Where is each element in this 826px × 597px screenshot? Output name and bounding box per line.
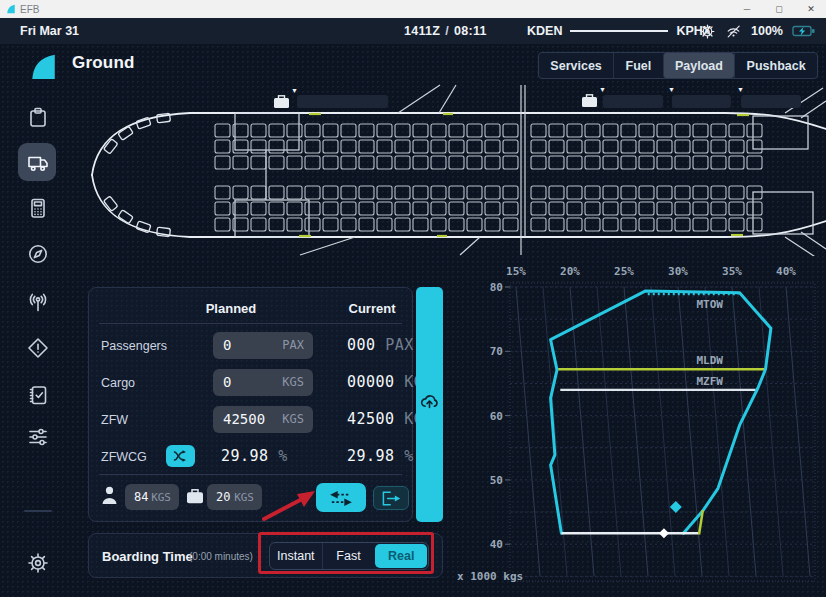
sidebar-item-checklist[interactable] [0,375,75,415]
cg-envelope-chart: 15%20%25%30%35%40%8070605040x 1000 kgsMT… [455,258,826,597]
window-minimize-button[interactable]: ─ [732,0,762,18]
truck-icon [26,150,50,174]
svg-text:40: 40 [490,538,503,551]
zfw-planned-input[interactable]: 42500KGS [213,406,313,433]
fwd-cargo-select[interactable] [297,95,388,108]
page-title: Ground [72,53,135,73]
gear-icon[interactable] [699,23,716,40]
sidebar-item-alerts[interactable] [0,328,75,368]
ground-tabs: ServicesFuelPayloadPushback [538,52,818,79]
fwd-cargo-bag-icon [273,95,290,113]
sidebar-item-radio[interactable] [0,282,75,322]
aft-cargo-select-3[interactable] [741,95,801,108]
svg-text:80: 80 [490,281,503,294]
aft-cargo-select-2[interactable] [672,95,731,108]
chevron-down-icon: ▼ [668,86,675,93]
passengers-current-value: 000 PAX [347,336,414,354]
calculator-icon [26,196,50,220]
app-logo-icon [6,4,16,14]
battery-charging-icon [792,24,816,38]
window-title: EFB [20,4,39,15]
efb-app-window: EFB ─ ◻ ✕ Fri Mar 31 1411Z/08:11 KDEN KP… [0,0,826,597]
table-row-cargo: Cargo 0KGS 00000 KGS [89,368,412,398]
window-close-button[interactable]: ✕ [796,0,826,18]
window-titlebar: EFB ─ ◻ ✕ [0,0,826,18]
briefcase-icon [186,489,204,504]
tow-cg-point [670,501,682,513]
battery-percent: 100% [751,24,783,38]
sidebar-item-performance[interactable] [0,188,75,228]
svg-text:40%: 40% [776,265,796,278]
annotation-box [258,532,434,574]
sidebar-item-flightplan[interactable] [0,97,75,137]
table-row-zfwcg: ZFWCG 29.98 % 29.98 % [89,442,412,472]
sidebar-divider [24,510,52,512]
deboard-button[interactable] [373,486,409,510]
chevron-down-icon: ▼ [737,86,744,93]
svg-text:70: 70 [490,345,503,358]
cloud-upload-icon [419,392,440,410]
aft-cargo-select-1[interactable] [603,95,663,108]
origin-airport: KDEN [527,24,562,38]
column-header-current: Current [322,301,422,316]
sliders-icon [26,425,50,449]
route-indicator: KDEN KPHX [527,18,711,44]
svg-text:50: 50 [490,474,503,487]
boarding-time-label: Boarding Time [102,549,193,564]
aft-cargo-bag-icon [581,94,598,112]
door-exit-icon [380,490,402,507]
status-bar: Fri Mar 31 1411Z/08:11 KDEN KPHX 10 [0,18,826,44]
load-transfer-button[interactable] [316,483,366,512]
table-row-passengers: Passengers 0PAX 000 PAX [89,331,412,361]
svg-text:MZFW: MZFW [697,375,724,388]
status-date: Fri Mar 31 [20,24,79,38]
chevron-down-icon: ▼ [599,86,606,93]
tab-services[interactable]: Services [539,53,613,78]
clipboard-icon [26,105,50,129]
checklist-icon [26,383,50,407]
annotation-arrow [250,484,322,528]
pax-weight-input[interactable]: 84KGS [125,484,179,510]
svg-text:30%: 30% [668,265,688,278]
sidebar-item-settings[interactable] [0,543,75,583]
table-row-zfw: ZFW 42500KGS 42500 KGS [89,405,412,435]
boarding-progress-bar [416,287,443,522]
zfwcg-current-value: 29.98 % [347,447,414,465]
sidebar-item-navigation[interactable] [0,234,75,274]
tab-pushback[interactable]: Pushback [734,53,817,78]
svg-text:60: 60 [490,410,503,423]
svg-text:MLDW: MLDW [697,354,724,367]
aircraft-seatmap [85,84,826,256]
tab-payload[interactable]: Payload [663,53,735,78]
svg-text:20%: 20% [560,265,580,278]
svg-text:MTOW: MTOW [697,298,724,311]
antenna-icon [26,290,50,314]
airline-tail-logo [30,53,57,80]
zfwcg-planned-value: 29.98 % [221,447,288,465]
shuffle-icon [172,449,190,463]
compass-icon [26,242,50,266]
window-maximize-button[interactable]: ◻ [764,0,794,18]
boarding-time-duration: (0:00 minutes) [189,551,253,562]
cargo-planned-input[interactable]: 0KGS [213,369,313,396]
main-stage: Ground ServicesFuelPayloadPushback [0,44,826,597]
passengers-planned-input[interactable]: 0PAX [213,332,313,359]
svg-text:25%: 25% [614,265,634,278]
zfw-cg-point [659,528,669,538]
svg-text:15%: 15% [506,265,526,278]
transfer-arrows-icon [326,488,356,508]
svg-text:35%: 35% [722,265,742,278]
wifi-off-icon [725,23,742,40]
sidebar-item-ground[interactable] [0,142,75,182]
alert-diamond-icon [26,336,50,360]
sidebar-item-settings-adjust[interactable] [0,417,75,457]
zfwcg-shuffle-button[interactable] [166,445,195,467]
divider [99,323,402,324]
route-line [570,30,668,32]
tab-fuel[interactable]: Fuel [613,53,662,78]
svg-text:x 1000 kgs: x 1000 kgs [457,570,523,583]
seat-grid [215,124,762,231]
divider [99,474,402,475]
person-icon [101,486,118,505]
column-header-planned: Planned [181,301,281,316]
